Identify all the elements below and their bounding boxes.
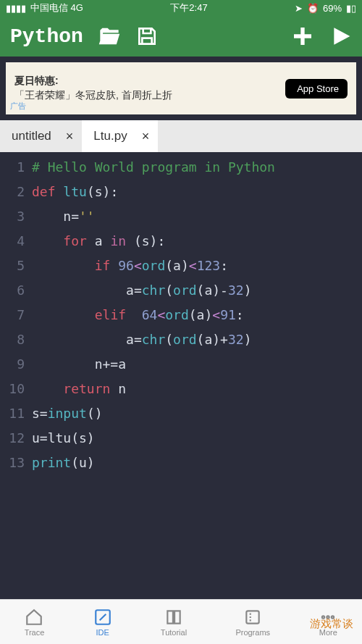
tab-untitled[interactable]: untitled×	[0, 120, 82, 152]
app-title: Python	[10, 25, 83, 48]
code-line[interactable]: 1# Hello World program in Python	[0, 155, 362, 180]
status-time: 下午2:47	[170, 1, 207, 14]
code-line[interactable]: 4 for a in (s):	[0, 229, 362, 254]
status-bar: ▮▮▮▮ 中国电信 4G 下午2:47 ➤ ⏰ 69% ▮▯	[0, 0, 362, 16]
location-icon: ➤	[295, 3, 303, 14]
app-store-button[interactable]: App Store	[285, 79, 348, 99]
code-line[interactable]: 5 if 96<ord(a)<123:	[0, 254, 362, 278]
code-line[interactable]: 13print(u)	[0, 451, 362, 475]
code-line[interactable]: 11s=input()	[0, 401, 362, 426]
carrier-label: 中国电信 4G	[30, 1, 83, 14]
battery-icon: ▮▯	[346, 3, 356, 14]
line-number: 8	[0, 327, 32, 352]
line-number: 13	[0, 451, 32, 475]
run-icon[interactable]	[329, 25, 352, 48]
signal-icon: ▮▮▮▮	[6, 3, 26, 14]
line-number: 2	[0, 180, 32, 204]
line-number: 7	[0, 303, 32, 327]
book-icon	[164, 608, 183, 627]
ad-text: 夏日特惠: 「王者荣耀」冬冠皮肤, 首周折上折	[14, 75, 285, 102]
app-header: Python	[0, 16, 362, 57]
tab-label: Ltu.py	[93, 129, 127, 143]
line-number: 1	[0, 155, 32, 180]
tab-bar: untitled×Ltu.py×	[0, 120, 362, 152]
tab-Ltu-py[interactable]: Ltu.py×	[82, 120, 158, 152]
bottom-nav: Trace IDE Tutorial Programs More	[0, 599, 362, 644]
code-line[interactable]: 2def ltu(s):	[0, 180, 362, 204]
nav-ide[interactable]: IDE	[93, 608, 112, 637]
code-line[interactable]: 7 elif 64<ord(a)<91:	[0, 303, 362, 327]
ad-label: 广告	[10, 101, 26, 112]
programs-icon	[243, 608, 262, 627]
line-number: 12	[0, 426, 32, 451]
close-icon[interactable]: ×	[66, 129, 74, 144]
line-number: 5	[0, 254, 32, 278]
nav-programs[interactable]: Programs	[235, 608, 270, 637]
home-icon	[25, 608, 43, 627]
ad-area: 夏日特惠: 「王者荣耀」冬冠皮肤, 首周折上折 App Store 广告	[0, 57, 362, 120]
code-line[interactable]: 9 n+=a	[0, 352, 362, 377]
line-number: 11	[0, 401, 32, 426]
line-number: 4	[0, 229, 32, 254]
ad-banner[interactable]: 夏日特惠: 「王者荣耀」冬冠皮肤, 首周折上折 App Store 广告	[6, 62, 356, 114]
nav-trace[interactable]: Trace	[25, 608, 45, 637]
open-folder-icon[interactable]	[98, 25, 121, 48]
code-line[interactable]: 3 n=''	[0, 204, 362, 229]
code-line[interactable]: 10 return n	[0, 377, 362, 401]
code-editor[interactable]: 1# Hello World program in Python2def ltu…	[0, 152, 362, 601]
tab-label: untitled	[12, 129, 51, 143]
line-number: 6	[0, 278, 32, 303]
code-line[interactable]: 8 a=chr(ord(a)+32)	[0, 327, 362, 352]
watermark: 游戏常谈	[310, 617, 353, 631]
line-number: 10	[0, 377, 32, 401]
save-icon[interactable]	[135, 25, 159, 48]
add-icon[interactable]	[291, 25, 314, 48]
line-number: 3	[0, 204, 32, 229]
close-icon[interactable]: ×	[142, 129, 150, 144]
alarm-icon: ⏰	[307, 3, 319, 14]
edit-icon	[93, 608, 112, 627]
line-number: 9	[0, 352, 32, 377]
code-line[interactable]: 12u=ltu(s)	[0, 426, 362, 451]
nav-tutorial[interactable]: Tutorial	[161, 608, 187, 637]
battery-label: 69%	[323, 3, 342, 14]
svg-rect-1	[247, 611, 259, 623]
code-line[interactable]: 6 a=chr(ord(a)-32)	[0, 278, 362, 303]
